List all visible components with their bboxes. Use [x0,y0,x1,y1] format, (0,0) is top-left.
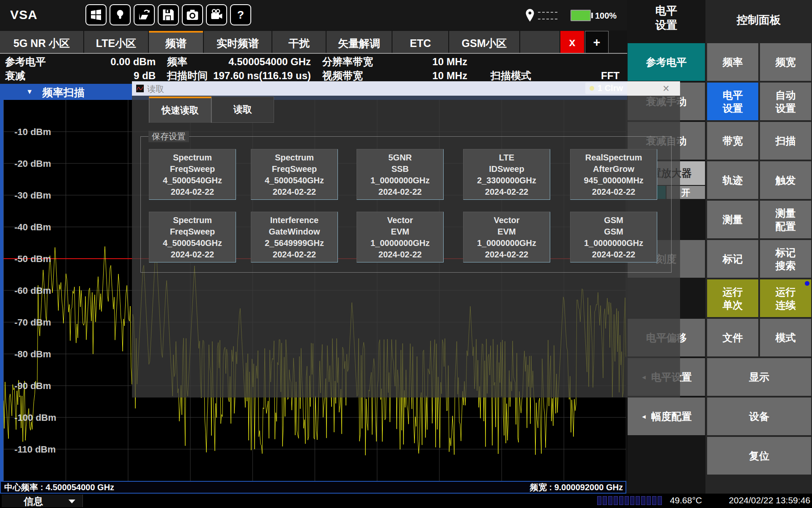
marker-search-button[interactable]: 标记 搜索 [760,240,811,278]
close-tab-button[interactable]: x [560,31,584,54]
open-file-icon[interactable] [134,4,155,25]
preset-button[interactable]: SpectrumFreqSweep4_5000540GHz2024-02-22 [149,149,236,200]
display-button[interactable]: 显示 [707,358,811,396]
attenuation-value: 9 dB [63,70,156,82]
preset-line: Spectrum [149,152,236,163]
mode-button[interactable]: 模式 [760,319,811,356]
preset-button[interactable]: VectorEVM1_0000000GHz2024-02-22 [463,212,550,262]
add-tab-button[interactable]: + [585,31,609,54]
preset-line: 1_0000000GHz [571,237,657,249]
tab-vector-demod[interactable]: 矢量解调 [326,31,392,54]
dialog-body: 快速读取 读取 保存设置 SpectrumFreqSweep4_5000540G… [132,96,680,398]
preset-line: EVM [464,226,550,237]
progress-block [630,496,634,505]
svg-text:-20 dBm: -20 dBm [14,158,51,169]
collapse-chevron-icon[interactable]: ▼ [26,88,33,96]
svg-text:-110 dBm: -110 dBm [14,444,56,455]
measure-config-button[interactable]: 测量 配置 [760,201,811,238]
preset-button[interactable]: SpectrumFreqSweep4_5000540GHz2024-02-22 [251,149,338,200]
trace-button[interactable]: 轨迹 [707,161,758,199]
dialog-close-button[interactable]: × [663,82,669,95]
preset-button[interactable]: LTEIDSweep2_3300000GHz2024-02-22 [463,149,550,200]
tab-interference[interactable]: 干扰 [272,31,326,54]
preset-line: AfterGrow [571,163,657,175]
help-icon[interactable]: ? [230,4,251,25]
auto-settings-button[interactable]: 自动 设置 [760,83,811,120]
tab-underline [0,53,627,54]
tab-realtime-spectrum[interactable]: 实时频谱 [204,31,272,54]
svg-text:-30 dBm: -30 dBm [14,190,51,201]
preset-line: 2024-02-22 [149,249,236,260]
freq-button[interactable]: 频率 [707,43,758,81]
run-single-button[interactable]: 运行 单次 [707,279,758,317]
preset-line: Spectrum [251,152,337,163]
vsa-application: VSA ? 100% 5G NR 小区 LTE小 [0,0,812,508]
tab-etc[interactable]: ETC [392,31,448,54]
tab-lte-cell[interactable]: LTE小区 [84,31,148,54]
level-settings-button[interactable]: 电平 设置 [707,83,758,120]
dialog-title-bar[interactable]: 读取 1 Clrw × [132,81,680,96]
save-glyph [162,8,175,22]
span-readout: 频宽 : 9.000092000 GHz [530,482,623,493]
frequency-value: 4.500054000 GHz [192,56,311,68]
windows-glyph [89,8,103,22]
ref-level-button[interactable]: 参考电平 [628,43,705,81]
chart-info-bar: 中心频率 : 4.500054000 GHz 频宽 : 9.000092000 … [0,481,626,494]
amplitude-config-back-button[interactable]: ◄ 幅度配置 [628,398,705,435]
gps-coordinate-placeholder [538,12,557,13]
measure-button[interactable]: 测量 [707,201,758,238]
preset-button[interactable]: InterferenceGateWindow2_5649999GHz2024-0… [251,212,338,262]
rbw-value: 10 MHz [395,56,467,68]
preset-line: GSM [571,215,657,226]
chevron-down-icon [69,500,75,503]
dialog-close-area: × [627,81,680,96]
control-panel-header: 控制面板 [705,13,812,28]
preset-button[interactable]: SpectrumFreqSweep4_5000540GHz2024-02-22 [149,212,236,262]
screen-record-icon[interactable] [206,4,227,25]
tab-5gnr-cell[interactable]: 5G NR 小区 [0,31,83,54]
bandwidth-button[interactable]: 带宽 [707,122,758,160]
preset-button[interactable]: VectorEVM1_0000000GHz2024-02-22 [357,212,444,262]
reset-button[interactable]: 复位 [707,437,811,475]
preset-line: 2024-02-22 [464,249,550,260]
dialog-tab-read[interactable]: 读取 [211,97,274,123]
open-file-glyph [137,8,151,22]
marker-button[interactable]: 标记 [707,240,758,278]
file-button[interactable]: 文件 [707,319,758,356]
screenshot-glyph [186,8,199,22]
preset-line: 2024-02-22 [251,186,337,198]
svg-text:-90 dBm: -90 dBm [14,381,51,391]
info-dropdown[interactable]: 信息 [2,494,83,507]
preset-line: Interference [251,215,337,226]
svg-text:-100 dBm: -100 dBm [14,412,56,423]
rbw-label: 分辨率带宽 [322,56,373,68]
preset-button[interactable]: RealSpectrumAfterGrow945_00000MHz2024-02… [570,149,657,200]
screenshot-icon[interactable] [182,4,203,25]
tab-spectrum[interactable]: 频谱 [149,31,203,54]
app-logo: VSA [10,8,38,22]
run-continuous-button[interactable]: 运行 连续 [760,279,811,317]
preset-line: 1_0000000GHz [357,175,443,186]
preset-line: 2024-02-22 [251,249,337,260]
windows-icon[interactable] [85,4,107,25]
dialog-tab-quick-read[interactable]: 快速读取 [149,97,211,123]
preset-line: FreqSweep [149,226,236,237]
preset-line: 2024-02-22 [571,186,657,198]
battery-icon [571,10,591,21]
sweep-button[interactable]: 扫描 [760,122,811,160]
svg-text:-10 dBm: -10 dBm [14,127,51,137]
read-dialog: 读取 1 Clrw × 快速读取 读取 保存设置 SpectrumFreqSwe… [132,81,680,398]
preset-button[interactable]: GSMGSM1_0000000GHz2024-02-22 [570,212,657,262]
device-button[interactable]: 设备 [707,398,811,435]
vbw-label: 视频带宽 [322,70,363,82]
preset-button[interactable]: 5GNRSSB1_0000000GHz2024-02-22 [357,149,444,200]
ref-level-value: 0.00 dBm [63,56,156,68]
span-button[interactable]: 频宽 [760,43,811,81]
save-icon[interactable] [158,4,179,25]
svg-text:-40 dBm: -40 dBm [14,222,51,232]
battery-tip [591,13,593,18]
lightbulb-icon[interactable] [110,4,131,25]
trigger-button[interactable]: 触发 [760,161,811,199]
tab-gsm-cell[interactable]: GSM小区 [449,31,519,54]
svg-text:-80 dBm: -80 dBm [14,349,51,359]
